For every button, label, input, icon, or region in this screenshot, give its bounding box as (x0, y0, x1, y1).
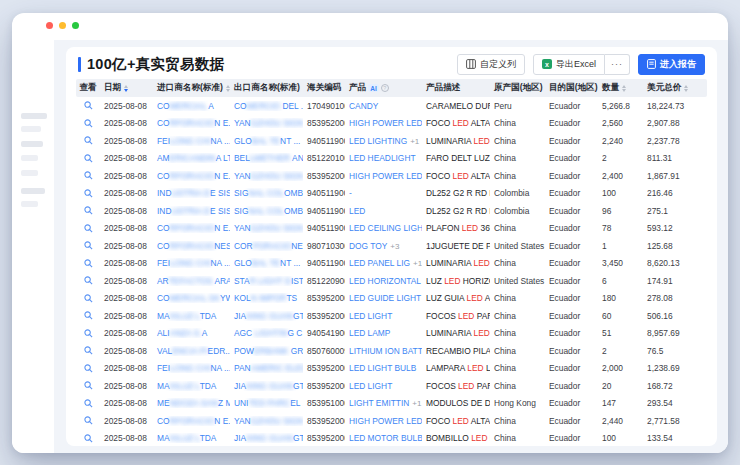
view-record-button[interactable] (76, 154, 100, 163)
export-excel-button[interactable]: x 导出Excel (533, 54, 605, 75)
column-header[interactable]: 出口商名称(标准) (230, 82, 303, 94)
view-record-button[interactable] (76, 136, 100, 145)
importer-link[interactable]: CORPORACIONES... (153, 241, 230, 251)
exporter-link[interactable]: YANGZHOU SIGNAL LI... (230, 118, 303, 128)
exporter-link[interactable]: BELLWETHER AND... (230, 153, 303, 163)
close-window-icon[interactable] (46, 22, 53, 29)
view-record-button[interactable] (76, 364, 100, 373)
enter-report-button[interactable]: 进入报告 (638, 54, 705, 75)
view-record-button[interactable] (76, 276, 100, 285)
view-record-button[interactable] (76, 346, 100, 355)
column-header[interactable]: 日期 (100, 82, 153, 94)
exporter-link[interactable]: YANGZHOU SIGNAL LI... (230, 171, 303, 181)
exporter-link[interactable]: JIAXING GUANGT... (230, 433, 303, 443)
quantity-cell: 100 (598, 188, 643, 198)
exporter-link[interactable]: GLOBAL TENT ... (230, 258, 303, 268)
view-record-button[interactable] (76, 224, 100, 233)
view-record-button[interactable] (76, 241, 100, 250)
exporter-link[interactable]: CORPORACIONES... (230, 241, 303, 251)
column-header[interactable]: 数量 (598, 82, 643, 94)
minimize-window-icon[interactable] (59, 22, 66, 29)
ellipsis-icon: ··· (611, 59, 623, 69)
exporter-link[interactable]: AGC LIGHTING C... (230, 328, 303, 338)
importer-link[interactable]: ARTEFACTOS ARA... (153, 276, 230, 286)
product-link[interactable]: HIGH POWER LED F (345, 118, 422, 128)
importer-link[interactable]: CORPORACION E... (153, 416, 230, 426)
view-record-button[interactable] (76, 259, 100, 268)
date-cell: 2025-08-08 (100, 118, 153, 128)
product-link[interactable]: LED LIGHT BULB (345, 363, 422, 373)
importer-link[interactable]: MAXILUZ LTDA (153, 433, 230, 443)
importer-link[interactable]: CORPORACION E... (153, 171, 230, 181)
importer-link[interactable]: COMERCIAL SKYWI... (153, 293, 230, 303)
column-header[interactable]: 进口商名称(标准) (153, 82, 230, 94)
importer-link[interactable]: INDUSTRIA DE SIS... (153, 206, 230, 216)
view-record-button[interactable] (76, 101, 100, 110)
view-record-button[interactable] (76, 381, 100, 390)
product-link[interactable]: LED PANEL LIG+1 (345, 258, 422, 268)
importer-link[interactable]: MENDOZA SANZ M... (153, 398, 230, 408)
exporter-link[interactable]: KOLN IMPORTS (230, 293, 303, 303)
exporter-link[interactable]: YANGZHOU SIGNAL LI... (230, 223, 303, 233)
exporter-link[interactable]: GLOBAL TENT ... (230, 136, 303, 146)
view-record-button[interactable] (76, 416, 100, 425)
view-record-button[interactable] (76, 189, 100, 198)
product-link[interactable]: LED HORIZONTAL L (345, 276, 422, 286)
view-record-button[interactable] (76, 171, 100, 180)
importer-link[interactable]: COMERCIAL A (153, 101, 230, 111)
exporter-link[interactable]: YANGZHOU SIGNAL LI... (230, 416, 303, 426)
exporter-link[interactable]: SIGNAL COLOMB... (230, 206, 303, 216)
more-options-button[interactable]: ··· (605, 54, 630, 75)
importer-link[interactable]: FEILONG CHINA ... (153, 258, 230, 268)
importer-link[interactable]: FEILONG CHINA ... (153, 136, 230, 146)
hs-code-cell: 940511900 (303, 258, 345, 268)
importer-link[interactable]: CORPORACION E... (153, 118, 230, 128)
product-link[interactable]: LITHIUM ION BATTE (345, 346, 422, 356)
exporter-link[interactable]: POWERBANK GR... (230, 346, 303, 356)
column-header[interactable]: 美元总价 (643, 82, 707, 94)
zoom-window-icon[interactable] (72, 22, 79, 29)
product-link[interactable]: LED LAMP (345, 328, 422, 338)
view-record-button[interactable] (76, 329, 100, 338)
view-record-button[interactable] (76, 311, 100, 320)
exporter-link[interactable]: UNITED PARCEL ... (230, 398, 303, 408)
product-link[interactable]: CANDY (345, 101, 422, 111)
customize-columns-button[interactable]: 自定义列 (457, 54, 525, 75)
view-record-button[interactable] (76, 119, 100, 128)
exporter-link[interactable]: PANAMERIC ELECTRIC... (230, 363, 303, 373)
importer-link[interactable]: ALIANZA S.A (153, 328, 230, 338)
view-record-button[interactable] (76, 399, 100, 408)
importer-link[interactable]: MAXILUZ LTDA (153, 311, 230, 321)
product-link[interactable]: LED HEADLIGHT (345, 153, 422, 163)
product-link[interactable]: HIGH POWER LED F (345, 416, 422, 426)
exporter-link[interactable]: STAR LIGHT DIST... (230, 276, 303, 286)
product-link[interactable]: LED CEILING LIGHT (345, 223, 422, 233)
product-link[interactable]: LED GUIDE LIGHT T (345, 293, 422, 303)
destination-country-cell: Ecuador (545, 328, 598, 338)
product-link[interactable]: LED LIGHT (345, 381, 422, 391)
importer-link[interactable]: MAXILUZ LTDA (153, 381, 230, 391)
product-link[interactable]: LED (345, 206, 422, 216)
view-record-button[interactable] (76, 434, 100, 443)
importer-link[interactable]: FEILONG CHINA ... (153, 363, 230, 373)
product-link[interactable]: DOG TOY+3 (345, 241, 422, 251)
redacted-text: GZHOU SIGN (251, 118, 303, 128)
view-record-button[interactable] (76, 294, 100, 303)
importer-link[interactable]: INDUSTRIA DE SIS... (153, 188, 230, 198)
exporter-link[interactable]: SIGNAL COLOMB... (230, 188, 303, 198)
exporter-link[interactable]: JIAXING GUANGT... (230, 311, 303, 321)
view-record-button[interactable] (76, 206, 100, 215)
product-link[interactable]: LED LIGHT (345, 311, 422, 321)
product-link[interactable]: LED MOTOR BULB (345, 433, 422, 443)
exporter-link[interactable]: COMERCIO DEL ... (230, 101, 303, 111)
product-link[interactable]: LED LIGHTING+1 (345, 136, 422, 146)
product-link[interactable]: HIGH POWER LED F (345, 171, 422, 181)
magnifier-icon (84, 189, 93, 198)
importer-link[interactable]: VALENCIA PIEDR... (153, 346, 230, 356)
table-row: 2025-08-08 MAXILUZ LTDA JIAXING GUANGT..… (76, 377, 707, 395)
product-link[interactable]: - (345, 188, 422, 198)
exporter-link[interactable]: JIAXING GUANGT... (230, 381, 303, 391)
importer-link[interactable]: AMERICANDINA LTDA (153, 153, 230, 163)
product-link[interactable]: LIGHT EMITTIN+1 (345, 398, 422, 408)
importer-link[interactable]: CORPORACION E... (153, 223, 230, 233)
